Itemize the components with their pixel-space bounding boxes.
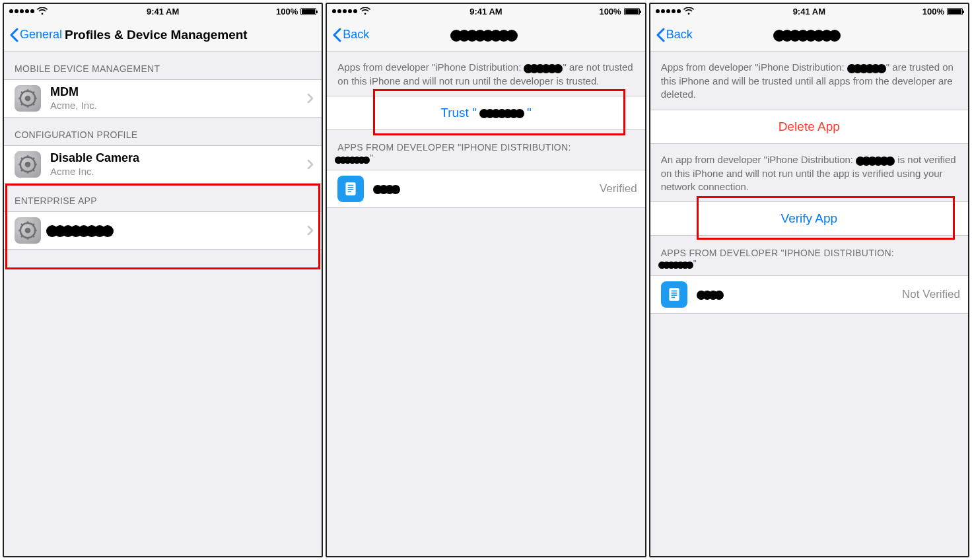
- back-label: Back: [343, 28, 369, 42]
- signal-strength-icon: [656, 9, 681, 13]
- app-document-icon: [661, 281, 687, 308]
- app-name-redacted: [373, 183, 400, 195]
- nav-bar: Back: [650, 18, 968, 52]
- status-time: 9:41 AM: [4, 7, 322, 17]
- svg-rect-35: [669, 288, 679, 301]
- section-header-config: CONFIGURATION PROFILE: [4, 118, 322, 145]
- section-header-mdm: MOBILE DEVICE MANAGEMENT: [4, 52, 322, 79]
- enterprise-app-cell[interactable]: [4, 211, 322, 250]
- status-bar: 9:41 AM 100%: [327, 4, 644, 18]
- settings-gear-icon: [15, 217, 41, 244]
- wifi-icon: [683, 7, 694, 15]
- config-profile-cell[interactable]: Disable Camera Acme Inc.: [4, 145, 322, 184]
- status-bar: 9:41 AM 100%: [4, 4, 322, 18]
- cell-subtitle: Acme Inc.: [50, 166, 303, 178]
- trusted-explanation-text: Apps from developer "iPhone Distribution…: [650, 52, 968, 110]
- battery-percent: 100%: [599, 7, 621, 17]
- chevron-left-icon: [332, 28, 341, 42]
- page-title-redacted: [650, 28, 968, 42]
- status-time: 9:41 AM: [327, 7, 644, 17]
- verify-explanation-text: An app from developer "iPhone Distributi…: [650, 144, 968, 202]
- chevron-right-icon: [307, 93, 314, 104]
- mdm-profile-cell[interactable]: MDM Acme, Inc.: [4, 79, 322, 118]
- chevron-left-icon: [9, 28, 18, 42]
- app-row[interactable]: Not Verified: [650, 275, 968, 314]
- screen-profiles-list: 9:41 AM 100% General Profiles & Device M…: [3, 3, 323, 557]
- screen-verify-app: 9:41 AM 100% Back Apps from developer "i…: [649, 3, 969, 557]
- verify-app-button[interactable]: Verify App: [650, 201, 968, 236]
- signal-strength-icon: [9, 9, 34, 13]
- battery-icon: [947, 8, 963, 15]
- app-verification-status: Verified: [600, 182, 637, 195]
- battery-percent: 100%: [276, 7, 298, 17]
- svg-point-1: [25, 96, 31, 102]
- screen-trust-developer: 9:41 AM 100% Back Apps from developer "i…: [326, 3, 646, 557]
- section-header-enterprise: ENTERPRISE APP: [4, 184, 322, 211]
- wifi-icon: [360, 7, 370, 15]
- back-button[interactable]: Back: [332, 28, 369, 42]
- cell-title: Disable Camera: [50, 151, 303, 166]
- trust-button[interactable]: Trust " ": [327, 96, 644, 130]
- battery-icon: [624, 8, 640, 15]
- status-time: 9:41 AM: [650, 7, 968, 17]
- svg-rect-30: [346, 182, 356, 195]
- trust-explanation-text: Apps from developer "iPhone Distribution…: [327, 52, 644, 96]
- settings-gear-icon: [15, 151, 41, 178]
- chevron-right-icon: [307, 225, 314, 236]
- cell-title: MDM: [50, 85, 303, 100]
- cell-title-redacted: [50, 223, 303, 238]
- nav-bar: General Profiles & Device Management: [4, 18, 322, 52]
- app-row[interactable]: Verified: [327, 170, 644, 208]
- back-button[interactable]: Back: [656, 28, 693, 42]
- app-verification-status: Not Verified: [902, 288, 960, 301]
- nav-bar: Back: [327, 18, 644, 52]
- chevron-right-icon: [307, 159, 314, 170]
- app-name-redacted: [697, 289, 724, 300]
- settings-gear-icon: [15, 85, 41, 112]
- cell-subtitle: Acme, Inc.: [50, 100, 303, 112]
- chevron-left-icon: [656, 28, 665, 42]
- signal-strength-icon: [332, 9, 357, 13]
- page-title-redacted: [327, 28, 644, 42]
- section-header-apps: APPS FROM DEVELOPER "IPHONE DISTRIBUTION…: [650, 236, 968, 275]
- battery-percent: 100%: [922, 7, 944, 17]
- wifi-icon: [37, 7, 48, 15]
- app-document-icon: [337, 176, 364, 202]
- back-label: Back: [666, 28, 693, 42]
- back-label: General: [20, 28, 62, 42]
- delete-app-button[interactable]: Delete App: [650, 110, 968, 144]
- page-title: Profiles & Device Management: [65, 28, 248, 42]
- battery-icon: [300, 8, 316, 15]
- status-bar: 9:41 AM 100%: [650, 4, 968, 18]
- svg-point-11: [25, 162, 31, 168]
- svg-point-21: [25, 228, 31, 234]
- section-header-apps: APPS FROM DEVELOPER "IPHONE DISTRIBUTION…: [327, 130, 644, 169]
- back-button[interactable]: General: [9, 28, 62, 42]
